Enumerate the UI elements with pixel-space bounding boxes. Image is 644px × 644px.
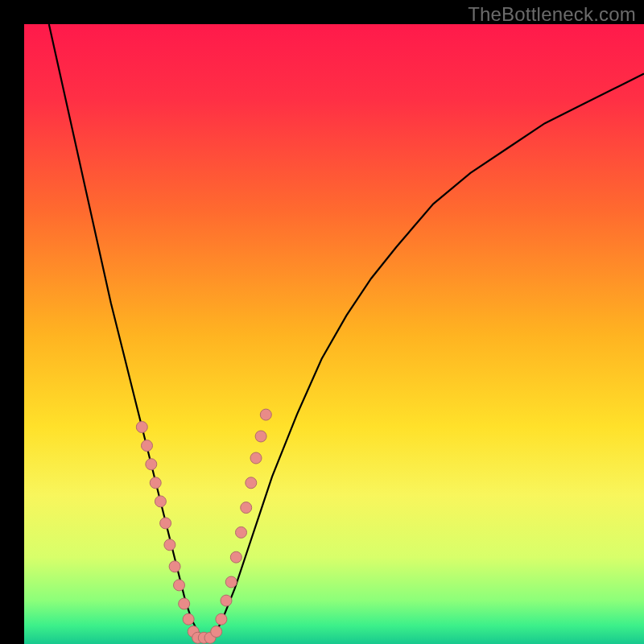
watermark-text: TheBottleneck.com [468,3,636,26]
component-dot [211,626,222,638]
component-dot [150,477,161,489]
component-dot [174,580,185,591]
component-dot [155,496,166,507]
component-dot [250,452,262,464]
gradient-background [24,24,644,644]
component-dot [221,595,232,606]
component-dot [260,409,271,420]
component-dot [216,613,227,625]
component-dot [160,518,171,529]
component-dot [225,576,237,588]
component-dot [255,431,266,442]
component-dot [179,598,190,609]
component-dot [246,477,257,489]
component-dot [142,440,153,452]
component-dot [183,613,194,625]
component-dot [164,539,175,551]
component-dot [169,561,180,572]
component-dot [136,422,147,433]
component-dot [236,526,247,538]
bottleneck-chart [24,24,644,644]
component-dot [146,459,157,470]
component-dot [241,502,252,514]
component-dot [230,551,242,563]
